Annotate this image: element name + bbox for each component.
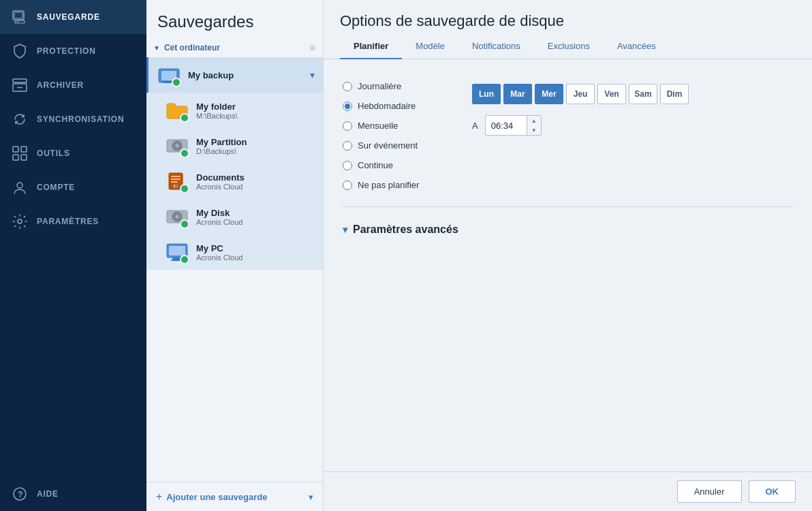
expand-icon[interactable]: ▾ [310, 69, 315, 80]
radio-hebdomadaire-input[interactable] [343, 102, 352, 111]
sidebar-item-archiver[interactable]: ARCHIVER [0, 68, 146, 102]
tab-exclusions[interactable]: Exclusions [534, 34, 604, 59]
radio-ne-pas-planifier-label: Ne pas planifier [358, 180, 419, 190]
day-btn-jeu[interactable]: Jeu [566, 84, 595, 104]
list-item[interactable]: My Disk Acronis Cloud [146, 199, 323, 234]
advanced-label: Paramètres avancés [353, 223, 458, 236]
sidebar-item-label-synchronisation: SYNCHRONISATION [37, 114, 124, 124]
section-menu-icon[interactable]: ≡ [310, 42, 316, 53]
radio-sur-evenement-label: Sur événement [358, 140, 418, 151]
radio-ne-pas-planifier[interactable]: Ne pas planifier [343, 180, 452, 190]
time-spinner-down[interactable]: ▼ [527, 125, 541, 135]
sidebar-item-sauvegarde[interactable]: SAUVEGARDE [0, 0, 146, 34]
backup-item-icon-my-partition [165, 134, 189, 158]
middle-panel: Sauvegardes ▼ Cet ordinateur ≡ My backup… [146, 0, 324, 511]
tabs-bar: Planifier Modèle Notifications Exclusion… [324, 34, 812, 59]
footer-dropdown-icon[interactable]: ▾ [309, 492, 313, 502]
svg-point-29 [176, 215, 179, 219]
archiver-icon [12, 78, 27, 93]
time-spinner-up[interactable]: ▲ [527, 116, 541, 125]
sidebar-item-protection[interactable]: PROTECTION [0, 34, 146, 68]
list-item[interactable]: My folder M:\Backups\ [146, 93, 323, 128]
right-panel-title: Options de sauvegarde de disque [324, 0, 812, 30]
status-ok-icon [180, 255, 189, 264]
day-btn-lun[interactable]: Lun [472, 84, 501, 104]
parametres-icon [12, 214, 27, 229]
advanced-section[interactable]: ▾ Paramètres avancés [343, 223, 793, 236]
radio-continue[interactable]: Continue [343, 160, 452, 170]
day-btn-sam[interactable]: Sam [629, 84, 657, 104]
tab-avancees[interactable]: Avancées [604, 34, 670, 59]
ok-button[interactable]: OK [749, 480, 796, 503]
bottom-bar: Annuler OK [324, 471, 812, 511]
radio-sur-evenement[interactable]: Sur événement [343, 140, 452, 151]
item-dest: D:\Backups\ [196, 147, 315, 155]
day-time-panel: Lun Mar Mer Jeu Ven Sam Dim A ▲ ▼ [472, 84, 689, 136]
day-btn-dim[interactable]: Dim [660, 84, 689, 104]
radio-journaliere[interactable]: Journalière [343, 81, 452, 91]
svg-rect-22 [171, 176, 181, 177]
item-dest: Acronis Cloud [196, 218, 315, 226]
list-item[interactable]: My backup ▾ [146, 57, 323, 93]
day-btn-ven[interactable]: Ven [597, 84, 626, 104]
radio-continue-label: Continue [358, 160, 393, 170]
list-item[interactable]: i Documents Acronis Cloud [146, 164, 323, 199]
backup-item-icon-my-folder [165, 98, 189, 123]
tab-modele[interactable]: Modèle [402, 34, 458, 59]
protection-icon [12, 44, 27, 59]
svg-point-12 [18, 219, 22, 223]
radio-mensuelle-label: Mensuelle [358, 121, 398, 131]
radio-options: Journalière Hebdomadaire Mensuelle Sur é… [343, 81, 452, 190]
sidebar-item-compte[interactable]: COMPTE [0, 170, 146, 204]
cancel-button[interactable]: Annuler [677, 480, 742, 503]
time-input[interactable] [486, 118, 527, 134]
radio-mensuelle-input[interactable] [343, 121, 352, 131]
list-item[interactable]: My Partition D:\Backups\ [146, 128, 323, 164]
item-name: My PC [196, 243, 315, 253]
section-header[interactable]: ▼ Cet ordinateur ≡ [146, 38, 323, 57]
backup-item-icon-my-disk [165, 204, 189, 229]
aide-icon: ? [12, 486, 27, 501]
compte-icon [12, 180, 27, 195]
svg-rect-4 [13, 79, 27, 82]
sidebar: SAUVEGARDE PROTECTION ARCHIVER [0, 0, 146, 511]
sidebar-item-aide[interactable]: ? AIDE [0, 477, 146, 511]
radio-journaliere-label: Journalière [358, 81, 401, 91]
day-btn-mar[interactable]: Mar [503, 84, 532, 104]
sidebar-item-label-compte: COMPTE [37, 183, 75, 192]
svg-point-20 [176, 144, 179, 148]
radio-hebdomadaire-label: Hebdomadaire [358, 101, 416, 111]
radio-continue-input[interactable] [343, 161, 352, 170]
item-name: Documents [196, 172, 315, 183]
radio-mensuelle[interactable]: Mensuelle [343, 121, 452, 131]
list-item[interactable]: My PC Acronis Cloud [146, 234, 323, 270]
sidebar-item-synchronisation[interactable]: SYNCHRONISATION [0, 102, 146, 136]
synchronisation-icon [12, 112, 27, 127]
item-name: My Partition [196, 137, 315, 147]
middle-footer: + Ajouter une sauvegarde ▾ [146, 482, 323, 511]
status-ok-icon [180, 149, 189, 158]
sidebar-item-outils[interactable]: OUTILS [0, 136, 146, 170]
radio-sur-evenement-input[interactable] [343, 141, 352, 151]
svg-rect-8 [21, 146, 27, 152]
item-dest: Acronis Cloud [196, 183, 315, 191]
add-icon: + [156, 491, 162, 503]
status-ok-icon [172, 78, 181, 87]
time-label: A [472, 121, 478, 131]
radio-hebdomadaire[interactable]: Hebdomadaire [343, 101, 452, 111]
sidebar-item-label-protection: PROTECTION [37, 46, 96, 56]
tab-planifier[interactable]: Planifier [340, 34, 402, 59]
panel-title: Sauvegardes [146, 0, 323, 38]
backup-item-icon-documents: i [165, 169, 189, 193]
radio-ne-pas-planifier-input[interactable] [343, 181, 352, 190]
time-spinners: ▲ ▼ [527, 116, 541, 135]
status-ok-icon [180, 184, 189, 193]
svg-rect-7 [13, 146, 18, 152]
radio-journaliere-input[interactable] [343, 82, 352, 91]
day-btn-mer[interactable]: Mer [535, 84, 563, 104]
sidebar-item-parametres[interactable]: PARAMÈTRES [0, 204, 146, 238]
item-name: My folder [196, 102, 315, 112]
section-label: Cet ordinateur [164, 43, 220, 52]
tab-notifications[interactable]: Notifications [458, 34, 534, 59]
add-backup-button[interactable]: + Ajouter une sauvegarde [156, 491, 303, 503]
